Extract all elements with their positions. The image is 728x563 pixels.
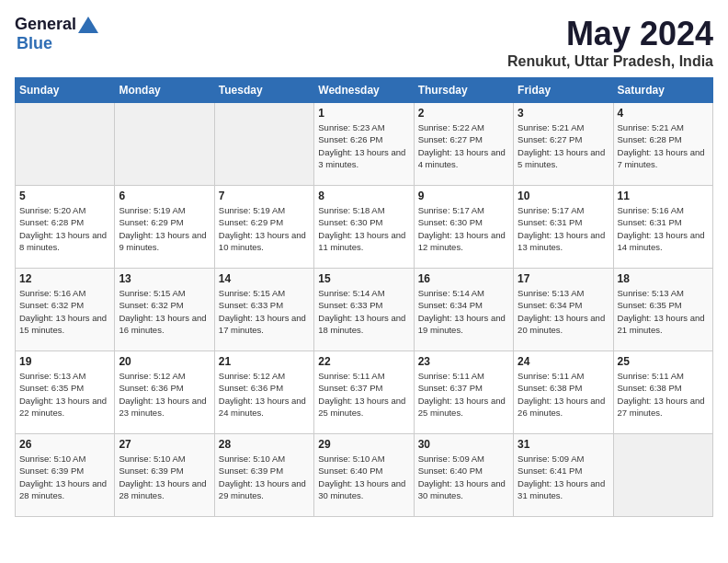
calendar-cell: 24Sunrise: 5:11 AMSunset: 6:38 PMDayligh… (514, 351, 613, 434)
day-info: Sunrise: 5:21 AMSunset: 6:28 PMDaylight:… (618, 121, 709, 170)
calendar-cell: 20Sunrise: 5:12 AMSunset: 6:36 PMDayligh… (115, 351, 214, 434)
day-info: Sunrise: 5:11 AMSunset: 6:37 PMDaylight:… (318, 370, 409, 419)
day-info-line: Sunset: 6:30 PM (418, 217, 483, 227)
day-info-line: Daylight: 13 hours and 14 minutes. (618, 230, 705, 252)
day-info-line: Daylight: 13 hours and 12 minutes. (418, 230, 506, 252)
day-info-line: Sunset: 6:29 PM (119, 217, 183, 227)
calendar-cell (115, 103, 214, 186)
weekday-header-monday: Monday (115, 78, 214, 103)
day-number: 4 (618, 107, 709, 120)
day-info-line: Sunrise: 5:10 AM (219, 454, 285, 464)
calendar-cell: 7Sunrise: 5:19 AMSunset: 6:29 PMDaylight… (214, 186, 313, 269)
day-info-line: Sunrise: 5:12 AM (119, 371, 185, 381)
day-number: 28 (219, 438, 310, 451)
day-info-line: Sunset: 6:28 PM (618, 134, 682, 144)
day-number: 11 (618, 190, 709, 202)
weekday-header-friday: Friday (514, 78, 613, 103)
calendar-cell: 29Sunrise: 5:10 AMSunset: 6:40 PMDayligh… (314, 434, 414, 517)
day-info: Sunrise: 5:09 AMSunset: 6:40 PMDaylight:… (418, 453, 509, 501)
calendar-cell: 22Sunrise: 5:11 AMSunset: 6:37 PMDayligh… (314, 351, 414, 434)
calendar-cell: 4Sunrise: 5:21 AMSunset: 6:28 PMDaylight… (613, 103, 712, 186)
day-number: 14 (219, 272, 310, 285)
calendar-cell: 2Sunrise: 5:22 AMSunset: 6:27 PMDaylight… (414, 103, 513, 186)
day-info: Sunrise: 5:19 AMSunset: 6:29 PMDaylight:… (119, 204, 210, 253)
day-number: 6 (119, 190, 210, 202)
day-info-line: Daylight: 13 hours and 11 minutes. (318, 230, 405, 252)
day-info-line: Sunrise: 5:10 AM (318, 454, 384, 464)
day-number: 10 (518, 190, 609, 202)
calendar-cell: 16Sunrise: 5:14 AMSunset: 6:34 PMDayligh… (414, 269, 513, 351)
day-info-line: Sunset: 6:34 PM (518, 300, 582, 310)
day-info-line: Sunrise: 5:22 AM (418, 122, 484, 132)
day-info: Sunrise: 5:19 AMSunset: 6:29 PMDaylight:… (219, 204, 310, 253)
day-info-line: Sunrise: 5:12 AM (219, 371, 285, 381)
calendar-cell: 23Sunrise: 5:11 AMSunset: 6:37 PMDayligh… (414, 351, 513, 434)
day-info-line: Daylight: 13 hours and 8 minutes. (19, 230, 107, 252)
day-info-line: Sunset: 6:29 PM (219, 217, 283, 227)
day-info-line: Sunset: 6:31 PM (518, 217, 582, 227)
weekday-header-tuesday: Tuesday (214, 78, 313, 103)
weekday-header-sunday: Sunday (16, 78, 115, 103)
day-info-line: Sunset: 6:41 PM (518, 465, 582, 476)
day-info-line: Sunrise: 5:17 AM (418, 205, 484, 215)
day-info: Sunrise: 5:10 AMSunset: 6:40 PMDaylight:… (318, 453, 409, 501)
day-info-line: Daylight: 13 hours and 23 minutes. (119, 396, 206, 418)
day-info: Sunrise: 5:14 AMSunset: 6:33 PMDaylight:… (318, 287, 409, 336)
day-info-line: Sunrise: 5:20 AM (19, 205, 85, 215)
calendar-cell: 3Sunrise: 5:21 AMSunset: 6:27 PMDaylight… (514, 103, 613, 186)
calendar-cell: 5Sunrise: 5:20 AMSunset: 6:28 PMDaylight… (16, 186, 115, 269)
day-info-line: Sunrise: 5:16 AM (19, 288, 85, 298)
day-info-line: Daylight: 13 hours and 31 minutes. (518, 478, 605, 500)
day-info-line: Daylight: 13 hours and 26 minutes. (518, 396, 605, 418)
day-info: Sunrise: 5:11 AMSunset: 6:37 PMDaylight:… (418, 370, 509, 419)
day-info-line: Sunrise: 5:21 AM (518, 122, 584, 132)
day-info-line: Sunset: 6:27 PM (418, 134, 483, 144)
day-info-line: Daylight: 13 hours and 30 minutes. (318, 478, 405, 500)
day-info-line: Daylight: 13 hours and 21 minutes. (618, 313, 705, 335)
weekday-header-wednesday: Wednesday (314, 78, 414, 103)
day-info: Sunrise: 5:12 AMSunset: 6:36 PMDaylight:… (219, 370, 310, 419)
day-info-line: Sunset: 6:34 PM (418, 300, 483, 310)
calendar-week-row: 5Sunrise: 5:20 AMSunset: 6:28 PMDaylight… (16, 186, 713, 269)
day-number: 26 (19, 438, 110, 451)
page-header: General Blue May 2024 Renukut, Uttar Pra… (15, 15, 713, 70)
day-number: 19 (19, 355, 110, 368)
day-info-line: Sunset: 6:37 PM (318, 383, 382, 393)
day-number: 27 (119, 438, 210, 451)
day-number: 13 (119, 272, 210, 285)
day-info-line: Sunset: 6:40 PM (418, 465, 483, 476)
day-info-line: Sunset: 6:33 PM (318, 300, 382, 310)
day-info-line: Sunrise: 5:15 AM (219, 288, 285, 298)
day-info-line: Sunrise: 5:11 AM (518, 371, 584, 381)
day-info-line: Sunrise: 5:13 AM (518, 288, 584, 298)
day-info-line: Sunrise: 5:13 AM (19, 371, 85, 381)
day-number: 2 (418, 107, 509, 120)
calendar-cell: 8Sunrise: 5:18 AMSunset: 6:30 PMDaylight… (314, 186, 414, 269)
calendar-week-row: 19Sunrise: 5:13 AMSunset: 6:35 PMDayligh… (16, 351, 713, 434)
day-info-line: Daylight: 13 hours and 25 minutes. (418, 396, 506, 418)
day-info-line: Daylight: 13 hours and 28 minutes. (19, 478, 107, 500)
day-info-line: Sunset: 6:39 PM (19, 465, 84, 476)
day-info-line: Sunrise: 5:11 AM (618, 371, 684, 381)
day-info-line: Sunrise: 5:13 AM (618, 288, 684, 298)
day-number: 29 (318, 438, 409, 451)
day-number: 17 (518, 272, 609, 285)
day-info: Sunrise: 5:10 AMSunset: 6:39 PMDaylight:… (119, 453, 210, 501)
day-info: Sunrise: 5:11 AMSunset: 6:38 PMDaylight:… (518, 370, 609, 419)
calendar-cell: 10Sunrise: 5:17 AMSunset: 6:31 PMDayligh… (514, 186, 613, 269)
calendar-week-row: 1Sunrise: 5:23 AMSunset: 6:26 PMDaylight… (16, 103, 713, 186)
day-info: Sunrise: 5:17 AMSunset: 6:31 PMDaylight:… (518, 204, 609, 253)
calendar-cell: 27Sunrise: 5:10 AMSunset: 6:39 PMDayligh… (115, 434, 214, 517)
day-info-line: Sunset: 6:38 PM (618, 383, 682, 393)
day-number: 24 (518, 355, 609, 368)
day-number: 25 (618, 355, 709, 368)
calendar-week-row: 26Sunrise: 5:10 AMSunset: 6:39 PMDayligh… (16, 434, 713, 517)
day-info-line: Daylight: 13 hours and 16 minutes. (119, 313, 206, 335)
day-info-line: Sunset: 6:26 PM (318, 134, 382, 144)
day-number: 8 (318, 190, 409, 202)
calendar-cell (613, 434, 712, 517)
calendar-week-row: 12Sunrise: 5:16 AMSunset: 6:32 PMDayligh… (16, 269, 713, 351)
day-info-line: Sunrise: 5:11 AM (418, 371, 484, 381)
location: Renukut, Uttar Pradesh, India (507, 53, 713, 70)
day-info-line: Sunset: 6:37 PM (418, 383, 483, 393)
